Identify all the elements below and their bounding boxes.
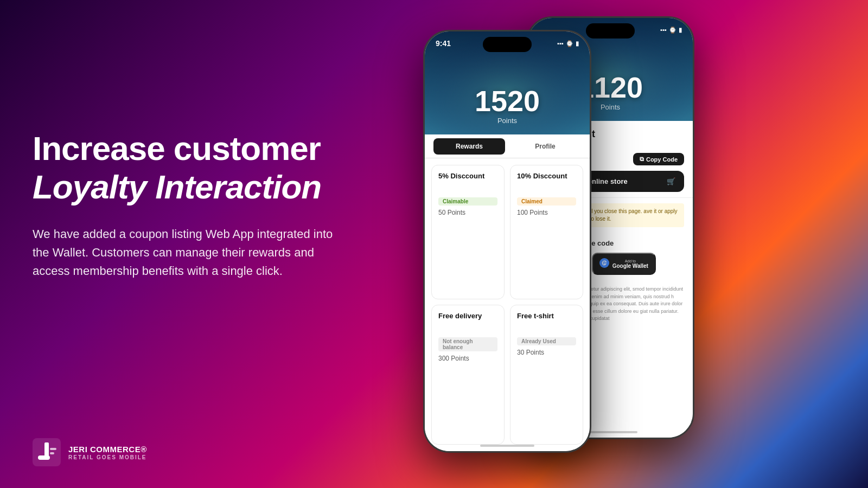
points-value-1: 1520 [475,86,540,115]
coupon-card-4[interactable]: Free t-shirt Already Used 30 Points [510,305,583,445]
coupon-badge-1: Claimable [438,197,497,206]
copy-icon: ⧉ [640,156,644,163]
svg-rect-1 [44,442,49,458]
home-indicator-2 [583,431,637,433]
tab-bar-1: Rewards Profile [425,134,590,158]
dynamic-island-2 [586,23,635,38]
phone-1-screen: 9:41 ▪▪▪ ⌚ ▮ 1520 Points Rewards Profile [425,31,590,451]
coupon-points-1: 50 Points [438,209,497,216]
phone-1: 9:41 ▪▪▪ ⌚ ▮ 1520 Points Rewards Profile [423,30,591,453]
points-label-2: Points [601,103,620,111]
tab-rewards[interactable]: Rewards [433,138,505,155]
status-time-1: 9:41 [436,39,451,48]
google-icon [599,258,609,269]
coupon-badge-3: Not enough balance [438,337,497,351]
coupon-badge-4: Already Used [517,337,576,345]
signal-icon-1: ▪▪▪ [557,40,564,47]
google-wallet-button[interactable]: Add to Google Wallet [592,253,656,275]
logo: JERI COMMERCE® RETAIL GOES MOBILE [33,438,147,466]
logo-tagline: RETAIL GOES MOBILE [68,454,147,460]
coupon-points-3: 300 Points [438,355,497,362]
battery-icon-1: ▮ [576,40,579,47]
wifi-icon-1: ⌚ [566,40,573,47]
heading-line2: Loyalty Interaction [33,167,391,207]
signal-icon-2: ▪▪▪ [660,27,667,33]
coupon-points-4: 30 Points [517,349,576,356]
coupon-badge-2: Claimed [517,197,576,206]
google-wallet-label: Add to Google Wallet [612,259,648,269]
logo-icon [33,438,61,466]
coupon-title-4: Free t-shirt [517,312,576,320]
coupon-title-2: 10% Disccount [517,172,576,180]
copy-code-button[interactable]: ⧉ Copy Code [633,153,684,165]
left-panel: Increase customer Loyalty Interaction We… [33,130,391,280]
coupon-title-1: 5% Disccount [438,172,497,180]
description-text: We have added a coupon listing Web App i… [33,225,347,280]
coupon-title-3: Free delivery [438,312,497,320]
phones-area: 9:41 ▪▪▪ ⌚ ▮ 1520 Points Rewards Profile [380,0,868,488]
coupon-grid: 5% Disccount Claimable 50 Points 10% Dis… [425,158,590,451]
svg-rect-4 [50,452,54,454]
dynamic-island-1 [483,37,532,52]
status-icons-2: ▪▪▪ ⌚ ▮ [660,27,682,34]
heading-line1: Increase customer [33,130,391,167]
battery-icon-2: ▮ [679,27,682,34]
tab-profile[interactable]: Profile [509,138,581,155]
cart-icon: 🛒 [667,177,675,185]
logo-text-block: JERI COMMERCE® RETAIL GOES MOBILE [68,444,147,461]
coupon-card-2[interactable]: 10% Disccount Claimed 100 Points [510,165,583,299]
logo-name: JERI COMMERCE® [68,444,147,455]
wifi-icon-2: ⌚ [669,27,676,34]
coupon-card-1[interactable]: 5% Disccount Claimable 50 Points [431,165,505,299]
home-indicator-1 [480,445,534,447]
coupon-card-3[interactable]: Free delivery Not enough balance 300 Poi… [431,305,505,445]
points-label-1: Points [497,117,517,125]
coupon-points-2: 100 Points [517,209,576,216]
status-icons-1: ▪▪▪ ⌚ ▮ [557,40,579,47]
svg-rect-2 [38,455,50,460]
svg-rect-3 [50,448,56,450]
